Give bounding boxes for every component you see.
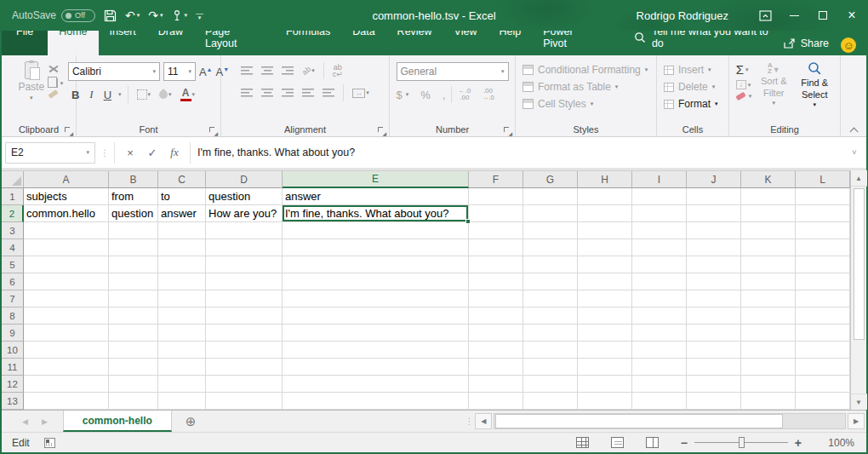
cell-H11[interactable] [578,359,632,376]
column-header-F[interactable]: F [469,171,523,188]
sort-filter-button[interactable]: AZ▼ Sort & Filter ▾ [755,59,792,123]
autosum-button[interactable]: Σ ▾ [736,62,752,77]
row-header-1[interactable]: 1 [2,188,24,205]
cell-G9[interactable] [523,325,578,342]
copy-dropdown-icon[interactable]: ▾ [60,80,64,87]
align-left-button[interactable] [238,87,255,99]
cell-H1[interactable] [578,188,632,205]
row-header-4[interactable]: 4 [2,239,24,256]
cell-D4[interactable] [206,239,283,256]
cell-D9[interactable] [206,325,283,342]
select-all-corner[interactable] [2,171,24,188]
cell-J8[interactable] [687,307,741,325]
middle-align-button[interactable] [259,65,276,77]
page-layout-view-button[interactable] [611,437,624,448]
cell-I12[interactable] [632,376,687,393]
hscroll-right-icon[interactable]: ▶ [848,413,865,429]
cell-C8[interactable] [158,307,206,325]
currency-dropdown-icon[interactable]: ▾ [406,91,409,98]
cell-K8[interactable] [741,307,796,325]
cell-F2[interactable] [469,205,523,222]
cell-A11[interactable] [24,359,109,376]
row-header-10[interactable]: 10 [2,342,24,359]
cell-H9[interactable] [578,325,632,342]
cell-styles-button[interactable]: Cell Styles▾ [523,98,654,110]
cell-F13[interactable] [469,393,523,410]
autosave-toggle[interactable]: AutoSave Off [12,9,95,22]
cell-D12[interactable] [206,376,283,393]
cell-E13[interactable] [283,393,469,410]
bold-button[interactable]: B [68,89,83,101]
column-header-I[interactable]: I [632,171,687,188]
clear-button[interactable]: ▾ [736,93,752,100]
cell-I13[interactable] [632,393,687,410]
scroll-up-icon[interactable]: ▲ [851,170,867,187]
cell-E2[interactable]: I'm fine, thanks. What about you? [283,205,469,222]
cell-E1[interactable]: answer [283,188,469,205]
cell-D10[interactable] [206,342,283,359]
font-dialog-launcher[interactable] [209,127,217,135]
cell-B6[interactable] [109,273,158,290]
cell-D3[interactable] [206,222,283,239]
align-center-button[interactable] [259,87,276,99]
page-break-preview-button[interactable] [646,437,659,448]
cell-F4[interactable] [469,239,523,256]
cell-E9[interactable] [283,325,469,342]
cell-J2[interactable] [687,205,741,222]
cell-K9[interactable] [741,325,796,342]
row-header-8[interactable]: 8 [2,307,24,325]
fill-color-button[interactable]: ▾ [157,89,174,101]
italic-button[interactable]: I [86,88,96,101]
cell-I5[interactable] [632,256,687,273]
horizontal-scroll-thumb[interactable] [495,414,782,428]
cell-C12[interactable] [158,376,206,393]
macro-record-icon[interactable] [44,438,55,448]
cell-L9[interactable] [796,325,850,342]
increase-decimal-button[interactable]: ←.0.00 [458,88,471,101]
cell-G6[interactable] [523,273,578,290]
merge-center-button[interactable]: ↔▾ [350,87,372,100]
ribbon-display-options-button[interactable] [751,0,779,31]
cell-A1[interactable]: subjects [24,188,109,205]
cell-H10[interactable] [578,342,632,359]
clipboard-dialog-launcher[interactable] [65,127,72,135]
copy-button[interactable]: ▾ [49,78,64,88]
top-align-button[interactable] [238,65,255,77]
cell-C5[interactable] [158,256,206,273]
cell-J4[interactable] [687,239,741,256]
cancel-entry-button[interactable]: × [120,147,140,159]
cell-D8[interactable] [206,307,283,325]
cell-G13[interactable] [523,393,578,410]
horizontal-scroll-track[interactable] [494,413,846,429]
row-header-12[interactable]: 12 [2,376,24,393]
cell-H13[interactable] [578,393,632,410]
row-header-9[interactable]: 9 [2,325,24,342]
cell-A12[interactable] [24,376,109,393]
cell-J1[interactable] [687,188,741,205]
enter-entry-button[interactable]: ✓ [142,147,163,159]
paste-button[interactable]: Paste ▾ [14,59,49,123]
sheet-next-icon[interactable]: ▶ [42,417,48,426]
cell-B10[interactable] [109,342,158,359]
align-right-button[interactable] [279,87,296,99]
increase-indent-button[interactable] [320,87,337,99]
column-header-D[interactable]: D [206,171,283,188]
tab-scroll-splitter[interactable]: ⋮ [465,411,473,432]
cell-A3[interactable] [24,222,109,239]
format-as-table-button[interactable]: Format as Table▾ [523,81,654,93]
sheet-prev-icon[interactable]: ◀ [22,417,28,426]
column-header-C[interactable]: C [158,171,206,188]
cell-I10[interactable] [632,342,687,359]
percent-format-button[interactable]: % [420,89,431,101]
font-size-combo[interactable]: 11 ▾ [163,62,196,81]
cell-G1[interactable] [523,188,578,205]
cell-B11[interactable] [109,359,158,376]
cell-C7[interactable] [158,290,206,307]
undo-dropdown-icon[interactable]: ▾ [137,12,140,19]
font-color-button[interactable]: A ▾ [178,86,198,103]
cell-H8[interactable] [578,307,632,325]
cell-A9[interactable] [24,325,109,342]
cell-J5[interactable] [687,256,741,273]
collapse-ribbon-button[interactable] [841,55,866,136]
cell-H3[interactable] [578,222,632,239]
